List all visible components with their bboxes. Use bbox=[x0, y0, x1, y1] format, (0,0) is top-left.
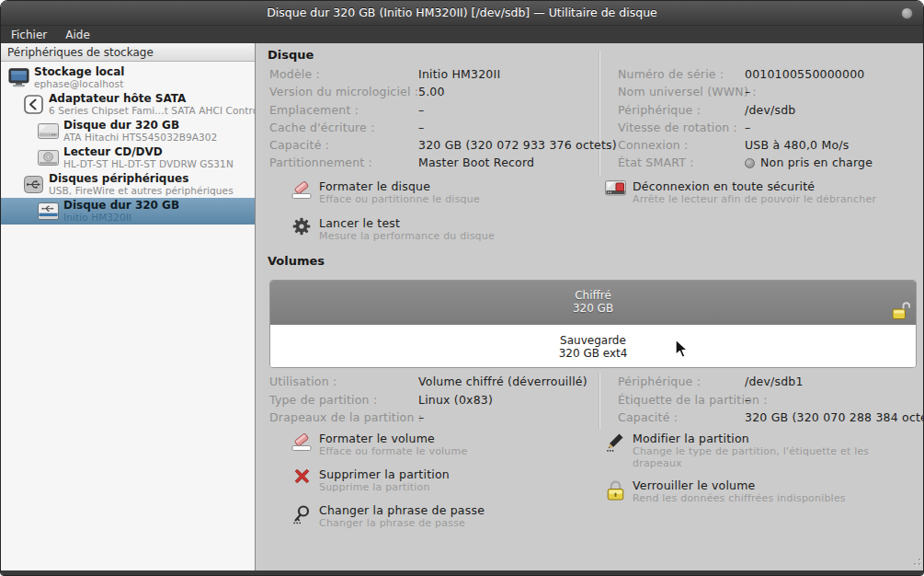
benchmark-button[interactable]: Lancer le test Mesure la performance du … bbox=[290, 216, 495, 242]
field-label: Capacité : bbox=[269, 136, 418, 154]
field-label: Utilisation : bbox=[269, 373, 418, 391]
action-title: Déconnexion en toute sécurité bbox=[633, 179, 876, 193]
smart-status-text: Non pris en charge bbox=[760, 154, 873, 171]
computer-icon bbox=[6, 68, 31, 87]
action-subtitle: Efface ou formate le volume bbox=[319, 445, 467, 457]
format-volume-button[interactable]: Formater le volume Efface ou formate le … bbox=[290, 432, 467, 457]
field-value: – bbox=[745, 119, 873, 136]
hard-disk-icon bbox=[36, 123, 61, 139]
edit-partition-button[interactable]: Modifier la partition Change le type de … bbox=[603, 432, 913, 469]
field-value: 0010100550000000 bbox=[745, 65, 873, 83]
delete-partition-button[interactable]: Supprimer la partition Supprime la parti… bbox=[290, 467, 450, 493]
field-label: Numéro de série : bbox=[618, 65, 745, 83]
resize-grip[interactable] bbox=[909, 554, 920, 565]
volume-map: Chiffré 320 GB Sauvegarde 320 GB ext4 bbox=[269, 280, 917, 368]
filesystem-label: Sauvegarde bbox=[270, 325, 916, 347]
device-subtitle: HL-DT-ST HL-DT-ST DVDRW GS31N bbox=[63, 158, 234, 170]
field-label: Étiquette de la partition : bbox=[618, 391, 745, 409]
field-label: Capacité : bbox=[618, 409, 745, 427]
volumes-section-title: Volumes bbox=[268, 254, 325, 268]
optical-drive-icon bbox=[36, 150, 61, 166]
disk-section-title: Disque bbox=[268, 48, 314, 62]
volume-segment-encrypted[interactable]: Chiffré 320 GB bbox=[270, 281, 916, 325]
pencil-icon bbox=[603, 432, 627, 469]
device-subtitle: USB, FireWire et autres périphériques bbox=[49, 185, 234, 197]
field-label: Périphérique : bbox=[618, 101, 745, 119]
field-label: Connexion : bbox=[618, 136, 745, 154]
window-title: Disque dur 320 GB (Initio HM320II) [/dev… bbox=[1, 1, 923, 25]
field-value: 320 GB (320 072 933 376 octets) bbox=[418, 136, 618, 154]
disk-fields: Modèle : Initio HM320II Numéro de série … bbox=[269, 65, 873, 172]
filesystem-size: 320 GB ext4 bbox=[270, 347, 916, 360]
field-value: Linux (0x83) bbox=[418, 391, 618, 409]
device-subtitle: Initio HM320II bbox=[63, 212, 179, 224]
encrypted-size: 320 GB bbox=[270, 302, 916, 315]
field-label: Périphérique : bbox=[618, 373, 745, 391]
sidebar-item-sata-adapter[interactable]: Adaptateur hôte SATA 6 Series Chipset Fa… bbox=[1, 91, 255, 118]
field-label: Type de partition : bbox=[269, 391, 418, 409]
volume-segment-filesystem[interactable]: Sauvegarde 320 GB ext4 bbox=[270, 325, 916, 368]
storage-devices-sidebar: Périphériques de stockage Stockage local… bbox=[1, 43, 256, 570]
field-value: Initio HM320II bbox=[418, 65, 618, 83]
device-title: Lecteur CD/DVD bbox=[63, 146, 234, 158]
field-value: – bbox=[418, 409, 618, 427]
field-value: Volume chiffré (déverrouillé) bbox=[418, 373, 618, 391]
lock-closed-icon bbox=[603, 478, 627, 504]
action-title: Modifier la partition bbox=[633, 432, 913, 445]
action-subtitle: Mesure la performance du disque bbox=[319, 230, 495, 242]
device-title: Disque dur 320 GB bbox=[63, 200, 179, 212]
device-title: Stockage local bbox=[34, 66, 124, 78]
sidebar-item-usb-disk-selected[interactable]: Disque dur 320 GB Initio HM320II bbox=[1, 198, 255, 225]
window-close-button[interactable] bbox=[901, 7, 913, 19]
device-subtitle: ATA Hitachi HTS545032B9A302 bbox=[63, 132, 217, 144]
field-label: Drapeaux de la partition : bbox=[269, 409, 418, 427]
device-title: Disques périphériques bbox=[49, 173, 234, 185]
field-label: Version du micrologiciel : bbox=[269, 83, 418, 100]
smart-status: Non pris en charge bbox=[745, 154, 873, 171]
disk-utility-window: Disque dur 320 GB (Initio HM320II) [/dev… bbox=[0, 0, 924, 576]
window-bottom-border bbox=[1, 570, 923, 575]
eraser-icon bbox=[290, 432, 314, 457]
field-label: Nom universel (WWN) : bbox=[618, 83, 745, 100]
menubar: Fichier Aide bbox=[1, 26, 923, 43]
field-label: Modèle : bbox=[269, 65, 418, 83]
menu-help[interactable]: Aide bbox=[65, 29, 90, 41]
device-title: Adaptateur hôte SATA bbox=[49, 93, 255, 105]
action-subtitle: Efface ou partitionne le disque bbox=[319, 193, 480, 205]
safe-removal-button[interactable]: Déconnexion en toute sécurité Arrête le … bbox=[603, 179, 876, 205]
menu-file[interactable]: Fichier bbox=[11, 29, 47, 41]
sidebar-item-internal-disk[interactable]: Disque dur 320 GB ATA Hitachi HTS545032B… bbox=[1, 118, 255, 144]
sidebar-header: Périphériques de stockage bbox=[1, 43, 255, 62]
field-value: Master Boot Record bbox=[418, 154, 618, 171]
titlebar: Disque dur 320 GB (Initio HM320II) [/dev… bbox=[1, 1, 923, 26]
action-subtitle: Change le type de partition, l'étiquette… bbox=[633, 445, 913, 469]
action-title: Verrouiller le volume bbox=[633, 478, 846, 492]
action-title: Formater le volume bbox=[319, 432, 467, 445]
field-label: État SMART : bbox=[618, 154, 745, 171]
device-tree: Stockage local ephase@localhost Adaptate… bbox=[1, 62, 255, 225]
field-value: 320 GB (320 070 288 384 octets) bbox=[745, 409, 924, 427]
format-disk-button[interactable]: Formater le disque Efface ou partitionne… bbox=[290, 179, 480, 205]
encrypted-label: Chiffré bbox=[270, 281, 916, 302]
sidebar-item-optical-drive[interactable]: Lecteur CD/DVD HL-DT-ST HL-DT-ST DVDRW G… bbox=[1, 144, 255, 171]
key-icon bbox=[290, 503, 314, 529]
device-title: Disque dur 320 GB bbox=[63, 120, 217, 132]
action-title: Supprimer la partition bbox=[319, 467, 450, 481]
device-subtitle: 6 Series Chipset Fami...t SATA AHCI Cont… bbox=[49, 105, 255, 117]
action-title: Lancer le test bbox=[319, 216, 495, 230]
field-value: /dev/sdb1 bbox=[745, 373, 924, 391]
gear-icon bbox=[290, 216, 314, 242]
volume-fields: Utilisation : Volume chiffré (déverrouil… bbox=[269, 373, 924, 427]
lock-volume-button[interactable]: Verrouiller le volume Rend les données c… bbox=[603, 478, 846, 504]
red-x-icon bbox=[290, 467, 314, 493]
eraser-icon bbox=[290, 179, 314, 205]
field-label: Partitionnement : bbox=[269, 154, 418, 171]
field-label: Vitesse de rotation : bbox=[618, 119, 745, 136]
sidebar-item-local-storage[interactable]: Stockage local ephase@localhost bbox=[1, 64, 255, 91]
usb-drive-icon bbox=[36, 202, 61, 220]
action-subtitle: Arrête le lecteur afin de pouvoir le déb… bbox=[633, 193, 876, 205]
change-passphrase-button[interactable]: Changer la phrase de passe Changer la ph… bbox=[290, 503, 485, 529]
action-subtitle: Rend les données chiffrées indisponibles bbox=[633, 492, 846, 504]
sidebar-item-peripheral-devices[interactable]: Disques périphériques USB, FireWire et a… bbox=[1, 171, 255, 198]
field-value: USB à 480,0 Mo/s bbox=[745, 136, 873, 154]
